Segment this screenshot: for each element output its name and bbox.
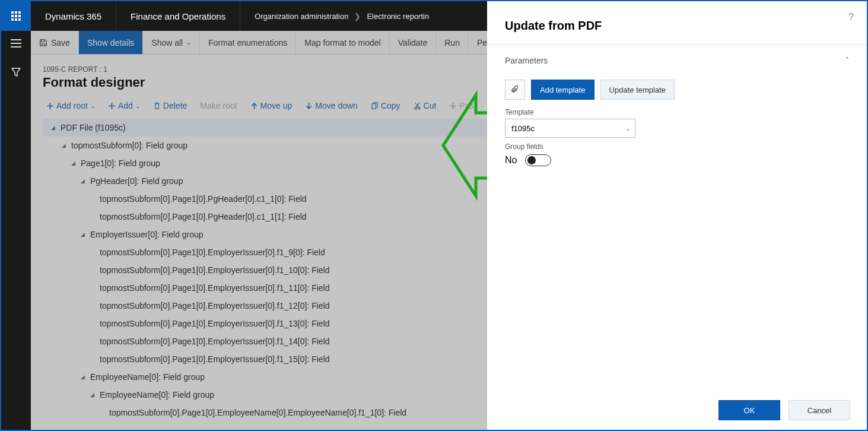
save-button[interactable]: Save: [31, 31, 79, 54]
plus-icon: [46, 102, 54, 110]
paste-label: Pas: [459, 101, 473, 110]
group-fields-toggle[interactable]: [525, 154, 551, 166]
make-root-label: Make root: [200, 101, 237, 110]
format-enum-label: Format enumerations: [208, 38, 287, 47]
tree-row-label: EmployeeName[0]: Field group: [90, 372, 205, 382]
template-field-label: Template: [505, 108, 849, 116]
map-label: Map format to model: [304, 38, 380, 47]
filter-icon[interactable]: [11, 68, 21, 80]
add-template-label: Add template: [540, 85, 586, 94]
cut-button[interactable]: Cut: [410, 99, 440, 113]
update-template-label: Update template: [609, 85, 666, 94]
template-button-row: Add template Update template: [505, 80, 849, 100]
run-button[interactable]: Run: [436, 31, 469, 54]
copy-label: Copy: [381, 101, 400, 110]
map-format-button[interactable]: Map format to model: [296, 31, 389, 54]
collapse-icon[interactable]: ◢: [78, 373, 87, 381]
move-down-label: Move down: [315, 101, 358, 110]
help-icon[interactable]: ?: [848, 12, 854, 23]
collapse-icon[interactable]: ◢: [59, 141, 68, 150]
show-details-label: Show details: [87, 38, 134, 47]
tree-row-label: topmostSubform[0].Page1[0].EmployerIssue…: [100, 337, 330, 346]
module-label[interactable]: Finance and Operations: [116, 1, 240, 31]
tree-row-label: topmostSubform[0].Page1[0].EmployerIssue…: [100, 265, 330, 275]
group-fields-value: No: [505, 155, 517, 166]
tree-row-label: topmostSubform[0]: Field group: [71, 141, 187, 150]
format-enumerations-button[interactable]: Format enumerations: [200, 31, 296, 54]
show-details-button[interactable]: Show details: [79, 31, 143, 54]
attachment-button[interactable]: [505, 80, 525, 100]
ok-button[interactable]: OK: [718, 400, 780, 420]
copy-button[interactable]: Copy: [367, 99, 404, 113]
move-up-label: Move up: [260, 101, 292, 110]
chevron-up-icon: ˄: [845, 56, 849, 65]
paperclip-icon: [510, 85, 520, 94]
save-icon: [39, 39, 47, 47]
trash-icon: [153, 102, 161, 110]
left-rail: [1, 31, 31, 430]
add-template-button[interactable]: Add template: [531, 80, 594, 100]
chevron-down-icon: ⌄: [186, 39, 191, 46]
validate-label: Validate: [398, 38, 428, 47]
tree-row-label: EmployeeName[0]: Field group: [100, 390, 214, 400]
update-template-button[interactable]: Update template: [600, 80, 675, 100]
breadcrumb-item[interactable]: Organization administration: [255, 12, 348, 21]
svg-rect-2: [11, 46, 21, 47]
template-select[interactable]: f1095c ⌄: [505, 119, 635, 138]
group-fields-field: Group fields No: [505, 142, 849, 166]
tree-row-label: EmployerIssuer[0]: Field group: [90, 230, 204, 239]
brand-label[interactable]: Dynamics 365: [31, 1, 116, 31]
tree-row-label: topmostSubform[0].Page1[0].EmployerIssue…: [100, 301, 330, 310]
template-field: Template f1095c ⌄: [505, 108, 849, 138]
collapse-icon[interactable]: ◢: [49, 123, 57, 132]
delete-button[interactable]: Delete: [150, 99, 190, 113]
svg-point-5: [418, 107, 420, 109]
tree-row-label: topmostSubform[0].Page1[0].EmployeeName[…: [109, 408, 406, 417]
tree-row-label: Page1[0]: Field group: [81, 159, 160, 168]
ok-label: OK: [744, 406, 755, 415]
template-select-value: f1095c: [511, 124, 535, 133]
panel-footer: OK Cancel: [487, 391, 867, 430]
plus-icon: [449, 102, 457, 110]
collapse-icon[interactable]: ◢: [78, 177, 87, 185]
copy-icon: [371, 102, 379, 110]
toggle-knob: [527, 156, 536, 164]
update-from-pdf-panel: ? Update from PDF Parameters ˄ Add templ…: [487, 1, 867, 430]
add-root-button[interactable]: Add root⌄: [43, 99, 98, 113]
collapse-icon[interactable]: ◢: [88, 391, 96, 399]
tree-row-label: topmostSubform[0].Page1[0].EmployerIssue…: [100, 354, 330, 364]
make-root-button: Make root: [196, 99, 240, 113]
tree-row-label: topmostSubform[0].Page1[0].EmployerIssue…: [100, 248, 325, 257]
svg-rect-1: [11, 43, 21, 44]
tree-row-label: PDF File (f1095c): [61, 123, 126, 132]
parameters-label: Parameters: [505, 56, 548, 65]
paste-button: Pas: [446, 99, 477, 113]
add-root-label: Add root: [56, 101, 88, 110]
add-label: Add: [118, 101, 133, 110]
delete-label: Delete: [163, 101, 187, 110]
show-all-label: Show all: [151, 38, 183, 47]
validate-button[interactable]: Validate: [390, 31, 437, 54]
tree-row-label: topmostSubform[0].Page1[0].PgHeader[0].c…: [100, 212, 307, 221]
parameters-section-body: Add template Update template Template f1…: [487, 71, 867, 170]
collapse-icon[interactable]: ◢: [78, 230, 87, 239]
group-fields-label: Group fields: [505, 142, 849, 151]
collapse-icon[interactable]: ◢: [69, 159, 77, 167]
breadcrumb-item[interactable]: Electronic reportin: [367, 12, 429, 21]
move-down-button[interactable]: Move down: [301, 99, 361, 113]
chevron-down-icon: ⌄: [135, 103, 140, 109]
move-up-button[interactable]: Move up: [247, 99, 296, 113]
plus-icon: [108, 102, 116, 110]
chevron-down-icon: ⌄: [90, 103, 95, 109]
show-all-button[interactable]: Show all⌄: [143, 31, 200, 54]
tree-row-label: topmostSubform[0].Page1[0].EmployerIssue…: [100, 319, 330, 328]
parameters-section-header[interactable]: Parameters ˄: [487, 45, 867, 71]
tree-row-label: topmostSubform[0].Page1[0].EmployerIssue…: [100, 283, 330, 293]
app-launcher-button[interactable]: [1, 1, 31, 31]
cut-label: Cut: [424, 101, 437, 110]
add-button[interactable]: Add⌄: [104, 99, 144, 113]
cancel-button[interactable]: Cancel: [788, 400, 850, 420]
waffle-icon: [11, 11, 21, 21]
menu-icon[interactable]: [11, 39, 21, 50]
cut-icon: [414, 102, 421, 110]
